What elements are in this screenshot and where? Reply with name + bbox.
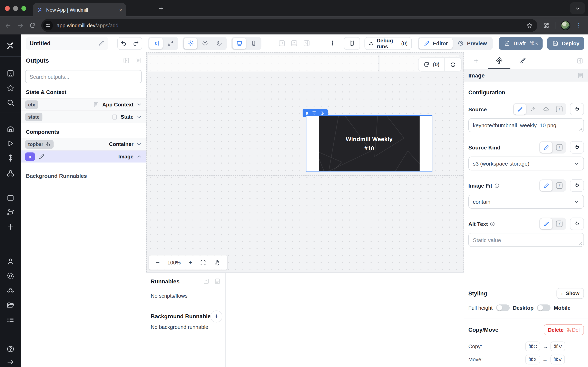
theme-auto-button[interactable] bbox=[184, 38, 197, 49]
collapse-bottom-icon[interactable] bbox=[203, 278, 210, 285]
static-pencil-icon[interactable] bbox=[540, 180, 553, 191]
output-row-state[interactable]: state State bbox=[21, 110, 146, 123]
rename-pencil-icon[interactable] bbox=[98, 40, 104, 47]
docs-button[interactable] bbox=[344, 37, 360, 50]
connect-plug-icon[interactable] bbox=[570, 179, 584, 192]
topbar-container[interactable] bbox=[148, 55, 378, 72]
output-row-ctx[interactable]: ctx App Context bbox=[21, 98, 146, 110]
refresh-button[interactable]: (0) bbox=[419, 58, 444, 71]
reload-icon[interactable] bbox=[29, 22, 36, 29]
tab-styling-brush[interactable] bbox=[511, 52, 534, 69]
static-pencil-icon[interactable] bbox=[540, 142, 553, 153]
upload-icon[interactable] bbox=[527, 104, 539, 115]
toggle-left-panel-icon[interactable] bbox=[278, 39, 286, 47]
collapse-panel-icon[interactable] bbox=[123, 57, 130, 64]
search-icon[interactable] bbox=[6, 98, 15, 107]
state-badge[interactable]: state bbox=[25, 113, 43, 121]
close-window-button[interactable] bbox=[5, 6, 10, 11]
schedules-icon[interactable] bbox=[6, 193, 15, 202]
add-icon[interactable] bbox=[6, 222, 15, 231]
history-button[interactable] bbox=[444, 58, 461, 71]
fx-icon[interactable]: f bbox=[553, 180, 566, 191]
toggle-bottom-panel-icon[interactable] bbox=[290, 39, 298, 47]
chevron-up-icon[interactable] bbox=[137, 154, 142, 159]
chevron-down-icon[interactable] bbox=[137, 114, 142, 119]
resize-grip[interactable] bbox=[579, 127, 582, 131]
browser-menu-icon[interactable]: ⋮ bbox=[576, 22, 582, 30]
mobile-view-button[interactable] bbox=[247, 38, 260, 49]
resize-grip[interactable] bbox=[579, 242, 582, 245]
bookmark-star-icon[interactable] bbox=[526, 22, 533, 29]
favorites-star-icon[interactable] bbox=[6, 83, 15, 92]
ctx-badge[interactable]: ctx bbox=[25, 100, 38, 109]
connect-plug-icon[interactable] bbox=[570, 217, 584, 230]
browser-tab[interactable]: New App | Windmill × bbox=[33, 3, 126, 17]
runs-icon[interactable] bbox=[6, 139, 15, 147]
redo-button[interactable] bbox=[130, 37, 142, 49]
preview-tab[interactable]: Preview bbox=[453, 38, 492, 49]
forward-icon[interactable] bbox=[17, 22, 24, 29]
help-icon[interactable] bbox=[6, 345, 15, 353]
source-kind-select[interactable]: s3 (workspace storage) bbox=[468, 157, 584, 170]
fx-icon[interactable]: f bbox=[553, 218, 566, 229]
outputs-doc-icon[interactable] bbox=[135, 57, 142, 64]
alt-text-input[interactable] bbox=[468, 233, 584, 247]
static-pencil-icon[interactable] bbox=[540, 218, 553, 229]
settings-gear-icon[interactable] bbox=[6, 272, 15, 280]
alt-text-value-input[interactable] bbox=[473, 237, 579, 243]
outputs-search[interactable] bbox=[25, 70, 142, 83]
theme-light-button[interactable] bbox=[198, 38, 212, 49]
pan-hand-icon[interactable] bbox=[214, 259, 220, 266]
runnables-doc-icon[interactable] bbox=[214, 278, 221, 285]
full-height-mobile-toggle[interactable] bbox=[537, 304, 550, 311]
component-doc-icon[interactable] bbox=[577, 72, 584, 79]
info-icon[interactable] bbox=[490, 221, 495, 226]
output-row-topbar[interactable]: topbar Container bbox=[21, 138, 146, 150]
url-field[interactable]: app.windmill.dev/apps/add bbox=[41, 19, 537, 32]
theme-dark-button[interactable] bbox=[212, 38, 226, 49]
resources-icon[interactable] bbox=[6, 169, 15, 177]
flows-icon[interactable] bbox=[6, 208, 15, 216]
undo-button[interactable] bbox=[118, 37, 130, 49]
info-icon[interactable] bbox=[494, 183, 499, 188]
site-settings-icon[interactable] bbox=[43, 21, 53, 30]
tab-close-icon[interactable]: × bbox=[119, 7, 122, 13]
zoom-out-icon[interactable]: − bbox=[156, 259, 160, 267]
deploy-button[interactable]: Deploy bbox=[547, 37, 584, 50]
collapse-right-panel-icon[interactable] bbox=[576, 57, 584, 64]
cloud-upload-icon[interactable] bbox=[540, 104, 553, 115]
tab-insert[interactable] bbox=[464, 52, 488, 69]
toggle-right-panel-icon[interactable] bbox=[303, 39, 311, 47]
delete-button[interactable]: Delete ⌘Del bbox=[544, 324, 584, 335]
tab-settings[interactable] bbox=[488, 52, 511, 69]
chevron-down-icon[interactable] bbox=[137, 142, 142, 147]
a-badge[interactable]: a bbox=[25, 152, 35, 161]
draft-button[interactable]: Draft ⌘S bbox=[499, 37, 543, 50]
new-tab-button[interactable] bbox=[158, 6, 164, 11]
connect-plug-icon[interactable] bbox=[570, 103, 584, 115]
chevron-down-icon[interactable] bbox=[137, 102, 142, 107]
selected-image-component[interactable]: Windmill Weekly #10 bbox=[306, 115, 432, 172]
apps-icon[interactable] bbox=[6, 69, 15, 77]
fullscreen-layout-button[interactable] bbox=[164, 38, 177, 49]
windmill-logo[interactable] bbox=[5, 40, 15, 51]
fit-view-icon[interactable] bbox=[200, 259, 207, 266]
fx-icon[interactable]: f bbox=[553, 104, 566, 115]
outputs-search-input[interactable] bbox=[30, 74, 137, 80]
app-title-field[interactable]: Untitled bbox=[26, 37, 108, 50]
tab-search-button[interactable] bbox=[570, 2, 585, 14]
desktop-view-button[interactable] bbox=[233, 38, 246, 49]
logs-list-icon[interactable] bbox=[6, 315, 15, 324]
source-input[interactable] bbox=[468, 118, 584, 132]
full-height-desktop-toggle[interactable] bbox=[496, 304, 509, 311]
users-icon[interactable] bbox=[6, 257, 15, 266]
source-value-input[interactable] bbox=[473, 122, 579, 128]
home-icon[interactable] bbox=[6, 124, 15, 133]
fx-icon[interactable]: f bbox=[553, 142, 566, 153]
workers-robot-icon[interactable] bbox=[6, 286, 15, 295]
avatar[interactable] bbox=[561, 21, 571, 30]
expand-down-icon[interactable] bbox=[311, 110, 316, 115]
maximize-window-button[interactable] bbox=[21, 6, 26, 11]
output-row-a-selected[interactable]: a Image bbox=[21, 150, 146, 163]
back-icon[interactable] bbox=[4, 22, 12, 29]
